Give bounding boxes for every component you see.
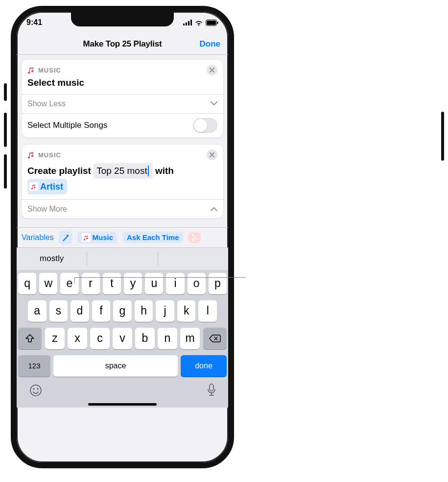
key-u[interactable]: u (145, 273, 163, 294)
key-b[interactable]: b (135, 328, 155, 349)
dictation-key[interactable] (207, 384, 216, 399)
suggestion-2[interactable] (87, 248, 157, 270)
show-more-row[interactable]: Show More (22, 200, 223, 218)
variables-button[interactable]: Variables (22, 233, 54, 242)
status-time: 9:41 (26, 18, 42, 27)
key-j[interactable]: j (156, 300, 174, 322)
suggestion-3[interactable] (158, 248, 228, 270)
music-variable-button[interactable]: Music (77, 232, 118, 243)
app-label: MUSIC (27, 66, 61, 74)
key-a[interactable]: a (28, 300, 47, 322)
key-g[interactable]: g (113, 300, 132, 322)
svg-rect-6 (217, 22, 218, 24)
notch (71, 12, 174, 26)
key-x[interactable]: x (68, 328, 87, 349)
status-icons (183, 20, 218, 26)
select-multiple-toggle[interactable] (193, 118, 217, 133)
page-title: Make Top 25 Playlist (83, 39, 162, 49)
show-less-label: Show Less (27, 99, 66, 108)
svg-rect-10 (210, 384, 213, 391)
content-area: MUSIC Select music Show Less Select M (17, 55, 228, 227)
key-r[interactable]: r (82, 273, 100, 294)
phone-frame: 9:41 Make Top 25 Playlist Done (11, 6, 234, 468)
music-note-icon (27, 66, 35, 74)
key-l[interactable]: l (198, 300, 217, 322)
home-indicator[interactable] (88, 403, 157, 406)
key-k[interactable]: k (177, 300, 196, 322)
text-with: with (155, 166, 174, 176)
action-sentence: Create playlist Top 25 most with Artist (22, 160, 223, 199)
delete-key[interactable] (203, 328, 227, 349)
key-q[interactable]: q (18, 273, 36, 294)
music-note-icon (29, 182, 38, 191)
key-p[interactable]: p (209, 273, 227, 294)
keyboard-done-key[interactable]: done (181, 355, 227, 377)
magic-variable-button[interactable] (59, 231, 72, 244)
done-button[interactable]: Done (200, 39, 221, 49)
wand-icon (61, 233, 70, 242)
svg-rect-5 (207, 21, 216, 25)
suggestion-1[interactable]: mostly (17, 248, 87, 270)
show-less-row[interactable]: Show Less (22, 95, 223, 113)
close-icon (210, 152, 214, 157)
action-title: Select music (22, 75, 223, 94)
key-v[interactable]: v (113, 328, 132, 349)
key-f[interactable]: f (92, 300, 111, 322)
select-multiple-row: Select Multiple Songs (22, 113, 223, 138)
close-icon (210, 68, 214, 72)
remove-action-button[interactable] (207, 65, 217, 75)
key-c[interactable]: c (90, 328, 110, 349)
ask-each-time-button[interactable]: Ask Each Time (122, 232, 183, 243)
emoji-icon (29, 384, 43, 397)
scissors-icon (191, 234, 198, 241)
remove-action-button[interactable] (207, 149, 217, 160)
svg-rect-1 (186, 23, 187, 25)
app-name: MUSIC (38, 67, 61, 74)
svg-point-8 (33, 388, 35, 389)
variable-artist-chip[interactable]: Artist (27, 179, 67, 194)
backspace-icon (209, 334, 221, 343)
key-i[interactable]: i (166, 273, 184, 294)
cellular-icon (183, 20, 192, 25)
action-card-create-playlist: MUSIC Create playlist Top 25 most with (22, 145, 223, 218)
battery-icon (206, 20, 218, 26)
key-d[interactable]: d (71, 300, 89, 322)
key-y[interactable]: y (124, 273, 142, 294)
numbers-key[interactable]: 123 (18, 355, 50, 377)
music-note-icon (27, 151, 35, 159)
clipboard-variable-button[interactable] (188, 232, 201, 243)
select-multiple-label: Select Multiple Songs (27, 120, 107, 130)
key-m[interactable]: m (180, 328, 200, 349)
key-h[interactable]: h (135, 300, 153, 322)
music-note-icon (82, 233, 91, 242)
svg-rect-0 (183, 24, 185, 25)
svg-rect-2 (188, 21, 189, 25)
playlist-name-input[interactable]: Top 25 most (94, 163, 153, 179)
variables-bar: Variables Music Ask Each Time (17, 227, 228, 247)
svg-rect-3 (190, 20, 192, 25)
app-label: MUSIC (27, 151, 61, 159)
key-s[interactable]: s (49, 300, 68, 322)
space-key[interactable]: space (53, 355, 178, 377)
svg-point-7 (30, 385, 41, 396)
key-o[interactable]: o (188, 273, 206, 294)
app-name: MUSIC (38, 151, 61, 159)
key-n[interactable]: n (158, 328, 177, 349)
chevron-up-icon (211, 207, 217, 211)
action-card-select-music: MUSIC Select music Show Less Select M (22, 60, 223, 138)
variable-name: Artist (40, 179, 63, 194)
key-z[interactable]: z (45, 328, 65, 349)
text-cursor (148, 166, 149, 176)
keyboard: qwertyuiop asdfghjkl zxcvbnm 123 space d… (17, 270, 228, 408)
key-w[interactable]: w (39, 273, 57, 294)
emoji-key[interactable] (29, 384, 43, 399)
mic-icon (207, 384, 216, 396)
svg-point-9 (37, 388, 39, 389)
key-t[interactable]: t (103, 273, 121, 294)
keyboard-suggestions: mostly (17, 247, 228, 270)
key-e[interactable]: e (60, 273, 78, 294)
shift-key[interactable] (18, 328, 42, 349)
shift-icon (25, 334, 35, 343)
chevron-down-icon (211, 101, 217, 106)
show-more-label: Show More (27, 205, 67, 214)
